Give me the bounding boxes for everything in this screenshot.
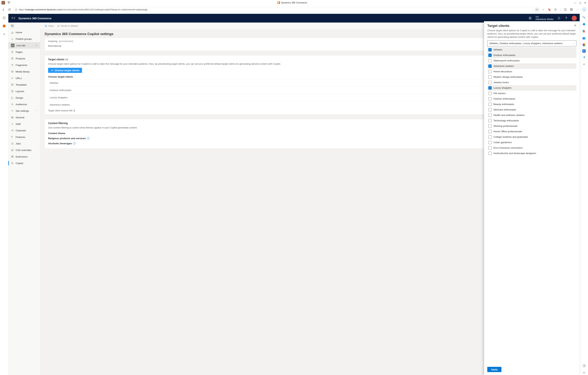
checkbox[interactable]: ✓ (488, 65, 492, 68)
add-sidebar-icon[interactable]: ＋ (582, 62, 586, 66)
checkbox[interactable] (488, 135, 492, 139)
notifications-icon[interactable] (557, 16, 561, 20)
option-fashion-enthusiasts[interactable]: Fashion enthusiasts (487, 96, 576, 101)
option-college-students-and-graduates[interactable]: College students and graduates (487, 134, 576, 140)
option-watersports-enthusiasts[interactable]: Watersports enthusiasts (487, 58, 576, 63)
sidebar-item-staff[interactable]: Staff (8, 121, 40, 127)
shopping-tag-icon[interactable]: 🔷 (582, 22, 586, 27)
minimize-button[interactable]: — (574, 1, 576, 4)
read-aloud-icon[interactable]: A» (535, 8, 539, 11)
split-icon[interactable] (564, 8, 567, 11)
close-button[interactable]: ✕ (584, 1, 587, 4)
people-icon[interactable]: 👥 (582, 36, 586, 40)
info-icon[interactable]: i (87, 137, 89, 140)
tab-actions-icon[interactable] (2, 16, 7, 20)
maximize-button[interactable]: ▢ (579, 1, 581, 4)
workspaces-icon[interactable] (8, 1, 10, 4)
bing-icon[interactable]: b (582, 8, 586, 12)
user-avatar[interactable] (572, 16, 577, 21)
info-icon[interactable]: i (73, 142, 75, 145)
sidebar-item-extensions[interactable]: Extensions (8, 153, 40, 160)
checkbox[interactable] (488, 119, 492, 122)
office-icon[interactable] (582, 43, 586, 47)
checkbox[interactable] (488, 146, 492, 150)
sidebar-item-fragments[interactable]: Fragments (8, 62, 40, 68)
search-icon[interactable]: 🔍 (582, 15, 586, 20)
refresh-button[interactable] (8, 8, 11, 11)
option-horticulturists-and-landscape-designers[interactable]: Horticulturists and landscape designers (487, 151, 576, 156)
option-luxury-shoppers[interactable]: ✓Luxury shoppers (487, 85, 576, 91)
option-urban-gardeners[interactable]: Urban gardeners (487, 140, 576, 145)
sidebar-item-audiences[interactable]: Audiences (8, 101, 40, 108)
sidebar-item-products[interactable]: Products (8, 55, 40, 62)
option-skincare-enthusiasts[interactable]: Skincare enthusiasts (487, 107, 576, 112)
reset-button[interactable]: Reset to default (57, 24, 78, 27)
option-health-and-wellness-seekers[interactable]: Health and wellness seekers (487, 112, 576, 118)
checkbox[interactable]: ✓ (488, 54, 492, 57)
sidebar-item-copilot[interactable]: Copilot (8, 160, 40, 166)
checkbox[interactable]: ✓ (488, 48, 492, 51)
option-modern-design-enthusiasts[interactable]: Modern design enthusiasts (487, 74, 576, 80)
sidebar-item-media-library[interactable]: Media library (8, 68, 40, 75)
option-adventure-seekers[interactable]: ✓Adventure seekers (487, 63, 576, 69)
shopping-icon[interactable]: 🔖 (548, 8, 551, 11)
briefcase-icon[interactable]: 🛍️ (582, 29, 586, 33)
sidebar-item-channels[interactable]: Channels (8, 127, 40, 134)
address-bar[interactable]: https://manage.commerce.dynamics.com/com… (13, 7, 533, 12)
sidebar-item-urls[interactable]: URLs (8, 75, 40, 81)
sidebar-item-css-overrides[interactable]: CSS overrides (8, 147, 40, 153)
outlook-icon[interactable]: O (582, 49, 586, 53)
sidebar-toggle-icon[interactable] (582, 363, 586, 368)
sidebar-item-jobs[interactable]: Jobs (8, 140, 40, 147)
save-button[interactable]: Save (45, 24, 54, 27)
option-beauty-enthusiasts[interactable]: Beauty enthusiasts (487, 101, 576, 107)
target-clients-combobox[interactable]: Athletes, Outdoor enthusiasts, Luxury sh… (487, 41, 576, 46)
sidebar-item-live-site[interactable]: ((•))Live site (8, 42, 40, 49)
flyout-close-button[interactable]: ✕ (574, 24, 576, 27)
checkbox[interactable]: ✓ (488, 86, 492, 89)
globe-icon[interactable] (528, 16, 532, 20)
checkbox[interactable] (488, 92, 492, 95)
sidebar-item-features[interactable]: Features (8, 134, 40, 140)
collections-icon[interactable] (570, 8, 573, 11)
checkbox[interactable] (488, 97, 492, 100)
send-icon[interactable] (582, 55, 586, 60)
checkbox[interactable] (488, 103, 492, 106)
apply-button[interactable]: Apply (487, 367, 501, 372)
option-pet-owners[interactable]: Pet owners (487, 91, 576, 96)
favorite-icon[interactable]: ☆ (542, 8, 545, 11)
option-eco-conscious-consumers[interactable]: Eco-Conscious consumers (487, 145, 576, 151)
new-tab-icon[interactable]: ＋ (2, 32, 7, 36)
sidebar-item-general[interactable]: General (8, 114, 40, 121)
option-outdoor-enthusiasts[interactable]: ✓Outdoor enthusiasts (487, 53, 576, 58)
extensions-icon[interactable] (554, 8, 557, 11)
help-icon[interactable]: ? (564, 16, 568, 20)
checkbox[interactable] (488, 114, 492, 117)
tab-commerce-icon[interactable] (2, 24, 7, 28)
site-picker[interactable]: Site Adventure Works (536, 16, 554, 21)
sidebar-item-pages[interactable]: Pages (8, 49, 40, 55)
choose-target-clients-button[interactable]: ＋ Choose target clients (48, 68, 82, 73)
checkbox[interactable] (488, 141, 492, 144)
sidebar-item-home[interactable]: Home (8, 29, 40, 36)
checkbox[interactable] (488, 130, 492, 133)
profile-avatar[interactable] (1, 1, 5, 5)
settings-gear-icon[interactable] (582, 370, 586, 375)
sidebar-item-publish-groups[interactable]: Publish groups (8, 36, 40, 42)
option-home-decorators[interactable]: Home decorators (487, 69, 576, 74)
sidebar-collapse-icon[interactable] (8, 22, 40, 29)
checkbox[interactable] (488, 81, 492, 84)
sidebar-item-design[interactable]: Design (8, 94, 40, 101)
option-home-office-professionals[interactable]: Home Office professionals (487, 129, 576, 134)
more-icon[interactable]: ⋯ (576, 8, 579, 11)
back-button[interactable] (2, 8, 5, 11)
checkbox[interactable] (488, 108, 492, 111)
checkbox[interactable] (488, 70, 492, 73)
sidebar-item-site-settings[interactable]: Site settings⌃ (8, 108, 40, 114)
checkbox[interactable] (488, 59, 492, 62)
checkbox[interactable] (488, 152, 492, 155)
option-technology-enthusiasts[interactable]: Technology enthusiasts (487, 118, 576, 123)
app-launcher-icon[interactable]: ⠿⠿ (11, 18, 16, 19)
option-working-professionals[interactable]: Working professionals (487, 123, 576, 129)
option-athletes[interactable]: ✓Athletes (487, 47, 576, 53)
